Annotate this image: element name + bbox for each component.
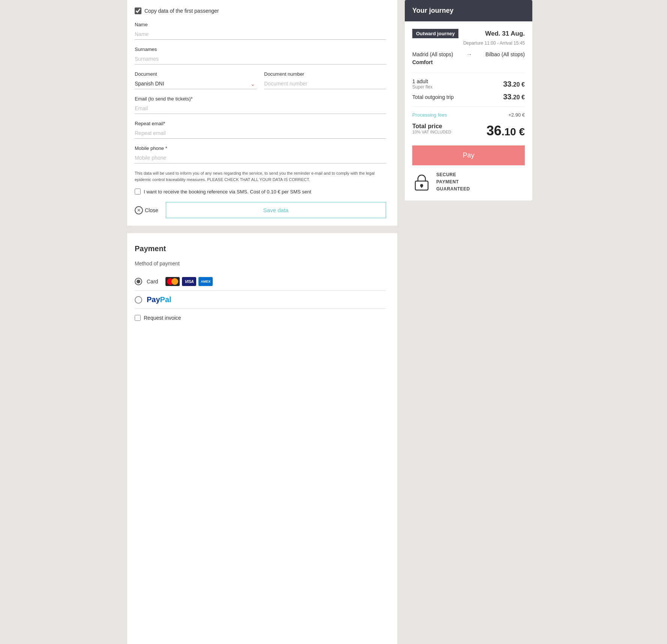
journey-body: Outward journey Wed. 31 Aug. Departure 1… — [405, 21, 532, 201]
action-row: ✕ Close Save data — [135, 202, 386, 218]
radio-dot — [137, 280, 140, 283]
document-number-label: Document number — [264, 71, 386, 77]
mobile-field-group: Mobile phone * — [135, 145, 386, 163]
email-input[interactable] — [135, 103, 386, 114]
surnames-field-group: Surnames — [135, 46, 386, 64]
close-label: Close — [145, 207, 158, 213]
adult-price-left: 1 adult Super flex — [412, 78, 433, 90]
total-outgoing-row: Total outgoing trip 33.20 € — [412, 93, 525, 101]
route-origin: Madrid (All stops) — [412, 51, 453, 57]
lock-icon — [412, 173, 431, 192]
total-outgoing-dec: .20 € — [511, 94, 525, 100]
total-int: 36 — [487, 123, 502, 138]
fare-label: Super flex — [412, 84, 433, 90]
close-button[interactable]: ✕ Close — [135, 206, 158, 214]
adult-price-value: 33.20 € — [503, 80, 525, 88]
info-text: This data will be used to inform you of … — [135, 170, 386, 183]
total-price-value: 36.10 € — [487, 123, 525, 139]
card-label: Card — [147, 279, 158, 285]
processing-fees-link[interactable]: Processing fees — [412, 112, 447, 118]
outward-badge: Outward journey — [412, 29, 458, 38]
pay-button[interactable]: Pay — [412, 145, 525, 165]
card-radio-button[interactable] — [135, 278, 142, 285]
secure-text: SECURE PAYMENT GUARANTEED — [436, 171, 470, 193]
adult-price-int: 33 — [503, 80, 511, 88]
invoice-label: Request invoice — [144, 315, 181, 321]
card-icons: VISA AMEX — [165, 277, 213, 286]
amex-icon: AMEX — [198, 277, 213, 286]
name-input[interactable] — [135, 29, 386, 40]
sms-label: I want to receive the booking reference … — [144, 189, 311, 195]
invoice-checkbox[interactable] — [135, 315, 141, 321]
journey-date: Wed. 31 Aug. — [485, 30, 525, 37]
save-data-button[interactable]: Save data — [166, 202, 386, 218]
journey-header: Your journey — [405, 0, 532, 21]
document-select[interactable]: Spanish DNI Passport NIE — [135, 78, 257, 89]
adult-price-row: 1 adult Super flex 33.20 € — [412, 78, 525, 90]
journey-title: Your journey — [412, 7, 454, 14]
total-outgoing-int: 33 — [503, 93, 511, 101]
route-row: Madrid (All stops) → Bilbao (All stops) — [412, 51, 525, 58]
sms-checkbox[interactable] — [135, 189, 141, 195]
document-number-field-group: Document number — [264, 71, 386, 89]
repeat-email-label: Repeat email* — [135, 121, 386, 126]
email-label: Email (to send the tickets)* — [135, 96, 386, 102]
arrow-icon: → — [466, 51, 472, 58]
name-label: Name — [135, 22, 386, 27]
copy-data-label: Copy data of the first passenger — [144, 8, 219, 14]
payment-method-label: Method of payment — [135, 261, 386, 267]
document-label: Document — [135, 71, 257, 77]
total-price-row: Total price 10% VAT INCLUDED 36.10 € — [412, 123, 525, 139]
mobile-input[interactable] — [135, 153, 386, 163]
document-field-group: Document Spanish DNI Passport NIE ⌄ — [135, 71, 257, 89]
vat-label: 10% VAT INCLUDED — [412, 130, 451, 134]
invoice-row: Request invoice — [135, 309, 386, 327]
mastercard-icon — [165, 277, 180, 286]
section-divider — [127, 226, 397, 233]
sms-row: I want to receive the booking reference … — [135, 189, 386, 195]
adult-price-dec: .20 € — [511, 81, 525, 88]
total-price-left: Total price 10% VAT INCLUDED — [412, 123, 451, 134]
comfort-label: Comfort — [412, 59, 525, 65]
processing-value: +2.90 € — [508, 112, 525, 118]
journey-card: Your journey Outward journey Wed. 31 Aug… — [405, 0, 532, 201]
total-outgoing-label: Total outgoing trip — [412, 94, 454, 100]
close-icon: ✕ — [135, 206, 143, 214]
secure-line2: PAYMENT — [436, 179, 459, 184]
secure-line3: GUARANTEED — [436, 186, 470, 192]
adult-label: 1 adult — [412, 78, 433, 84]
paypal-payment-row[interactable]: PayPal — [135, 291, 386, 309]
repeat-email-input[interactable] — [135, 128, 386, 139]
payment-title: Payment — [135, 244, 386, 253]
total-outgoing-value: 33.20 € — [503, 93, 525, 101]
svg-rect-2 — [421, 186, 422, 188]
document-select-wrapper[interactable]: Spanish DNI Passport NIE ⌄ — [135, 78, 257, 89]
secure-row: SECURE PAYMENT GUARANTEED — [412, 171, 525, 193]
price-divider — [412, 73, 525, 73]
document-number-input[interactable] — [264, 78, 386, 89]
route-destination: Bilbao (All stops) — [485, 51, 525, 57]
processing-row: Processing fees +2.90 € — [412, 112, 525, 118]
mobile-label: Mobile phone * — [135, 145, 386, 151]
surnames-input[interactable] — [135, 54, 386, 64]
total-price-label: Total price — [412, 123, 451, 130]
name-field-group: Name — [135, 22, 386, 40]
total-dec: .10 € — [502, 126, 525, 138]
outward-row: Outward journey Wed. 31 Aug. — [412, 29, 525, 38]
price-divider-2 — [412, 106, 525, 107]
secure-line1: SECURE — [436, 172, 456, 177]
copy-data-checkbox[interactable] — [135, 7, 141, 14]
paypal-radio-button[interactable] — [135, 296, 142, 304]
email-field-group: Email (to send the tickets)* — [135, 96, 386, 114]
card-payment-row[interactable]: Card VISA AMEX — [135, 273, 386, 291]
repeat-email-field-group: Repeat email* — [135, 121, 386, 139]
journey-times: Departure 11:00 - Arrival 15:45 — [412, 40, 525, 46]
surnames-label: Surnames — [135, 46, 386, 52]
copy-data-row[interactable]: Copy data of the first passenger — [135, 7, 386, 14]
visa-icon: VISA — [182, 277, 196, 286]
paypal-logo: PayPal — [147, 295, 171, 304]
